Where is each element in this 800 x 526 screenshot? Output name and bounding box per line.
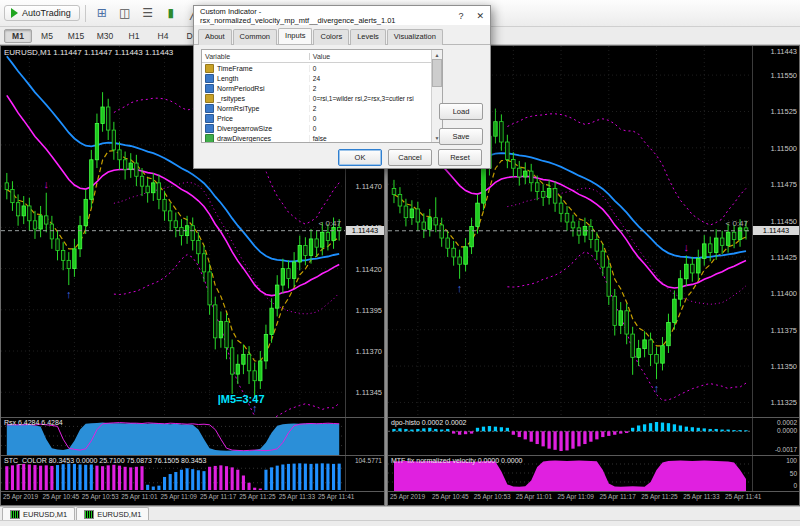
time-axis-right[interactable]: 25 Apr 201925 Apr 10:4525 Apr 10:5325 Ap… xyxy=(388,491,799,505)
chart-tab-0[interactable]: EURUSD,M1 xyxy=(2,507,75,520)
price-axis-label: 1.11500 xyxy=(770,144,797,153)
table-rows: TimeFrame0Length24NormPeriodRsi2_rsitype… xyxy=(202,63,442,143)
chart-tab-label: EURUSD,M1 xyxy=(23,510,67,519)
price-axis-label: 1.11400 xyxy=(770,289,797,298)
toolbar-separator xyxy=(85,5,86,22)
time-axis-label: 25 Apr 11:01 xyxy=(516,493,552,500)
status-bar xyxy=(0,520,800,526)
parameter-row[interactable]: TimeFrame0 xyxy=(202,63,442,73)
timeframe-button-h1[interactable]: H1 xyxy=(120,29,148,43)
indicator-panel-rsx[interactable]: Rsx 6.4284 6.4284 xyxy=(1,418,345,455)
input-type-icon xyxy=(205,64,214,73)
parameter-row[interactable]: NormPeriodRsi2 xyxy=(202,83,442,93)
indicator-axis-label: -0.0017 xyxy=(775,446,797,453)
column-header-value[interactable]: Value xyxy=(310,53,442,60)
price-axis-label: 1.11345 xyxy=(355,388,382,397)
load-button[interactable]: Load xyxy=(439,103,483,120)
parameter-name-cell: Price xyxy=(202,114,309,123)
parameter-name: NormPeriodRsi xyxy=(217,85,264,92)
charts-grid-icon[interactable]: ◫ xyxy=(114,2,136,24)
bar-chart-icon[interactable]: ☰ xyxy=(137,2,159,24)
candlestick-chart-icon[interactable]: ▮ xyxy=(160,2,182,24)
parameter-value[interactable]: 0 xyxy=(309,125,442,132)
ok-button[interactable]: OK xyxy=(338,149,382,166)
parameter-row[interactable]: NormRsiType2 xyxy=(202,103,442,113)
time-axis-label: 25 Apr 2019 xyxy=(390,493,425,500)
chart-ohlc-label: EURUSD,M1 1.11447 1.11447 1.11443 1.1144… xyxy=(4,48,173,57)
timeframe-button-m15[interactable]: M15 xyxy=(62,29,90,43)
price-axis-label: 1.11325 xyxy=(770,398,797,407)
parameter-value[interactable]: 0 xyxy=(309,65,442,72)
indicator-panel-velocity[interactable]: MTF fix normalized velocity 0.0000 0.000… xyxy=(388,456,752,491)
parameter-name-cell: NormPeriodRsi xyxy=(202,84,309,93)
indicator-panel-dpo[interactable]: dpo-histo 0.0002 0.0002 xyxy=(388,418,752,455)
parameter-value[interactable]: 24 xyxy=(309,75,442,82)
time-axis-label: 25 Apr 11:09 xyxy=(558,493,594,500)
table-header-row: Variable Value xyxy=(202,50,442,63)
parameter-name: TimeFrame xyxy=(217,65,253,72)
parameter-value[interactable]: 2 xyxy=(309,105,442,112)
scroll-up-icon[interactable]: ▲ xyxy=(435,50,440,59)
dialog-tab-levels[interactable]: Levels xyxy=(350,29,386,45)
parameter-row[interactable]: drawDivergencesfalse xyxy=(202,133,442,143)
time-axis-label: 25 Apr 10:45 xyxy=(42,493,79,500)
parameter-row[interactable]: _rsitypes0=rsi,1=wilder rsi,2=rsx,3=cutl… xyxy=(202,93,442,103)
chart-tab-bar: EURUSD,M1EURUSD,M1 xyxy=(0,506,800,520)
inputs-table[interactable]: Variable Value TimeFrame0Length24NormPer… xyxy=(201,49,443,143)
dialog-body: Variable Value TimeFrame0Length24NormPer… xyxy=(194,45,490,146)
time-axis-label: 25 Apr 10:53 xyxy=(474,493,511,500)
chart-tab-1[interactable]: EURUSD,M1 xyxy=(76,507,149,520)
parameter-name-cell: Length xyxy=(202,74,309,83)
dialog-tab-visualization[interactable]: Visualization xyxy=(387,29,443,45)
input-type-icon xyxy=(205,124,214,133)
parameter-name-cell: _rsitypes xyxy=(202,94,309,103)
indicator-axis-dpo: 0.00020.0000-0.0017 xyxy=(752,418,799,455)
dialog-close-button[interactable]: ✕ xyxy=(471,6,490,25)
time-axis-label: 25 Apr 11:09 xyxy=(161,493,197,500)
reset-button[interactable]: Reset xyxy=(438,149,482,166)
timeframe-button-h4[interactable]: H4 xyxy=(149,29,177,43)
time-axis-label: 25 Apr 11:01 xyxy=(121,493,157,500)
dialog-tab-colors[interactable]: Colors xyxy=(313,29,349,45)
price-axis-label: 1.11395 xyxy=(355,306,382,315)
parameter-name: NormRsiType xyxy=(217,105,259,112)
time-axis-label: 25 Apr 10:53 xyxy=(82,493,119,500)
parameter-value[interactable]: 2 xyxy=(309,85,442,92)
parameter-value[interactable]: 0=rsi,1=wilder rsi,2=rsx,3=cutler rsi xyxy=(309,95,442,102)
time-axis-left[interactable]: 25 Apr 201925 Apr 10:4525 Apr 10:5325 Ap… xyxy=(1,491,384,505)
parameter-value[interactable]: 0 xyxy=(309,115,442,122)
save-button[interactable]: Save xyxy=(439,128,483,145)
down-arrow-icon: ↓ xyxy=(44,178,50,190)
price-axis-right[interactable]: 1.115501.115251.115001.114751.114501.114… xyxy=(752,46,799,417)
price-axis-label: 1.11475 xyxy=(770,180,797,189)
time-axis-label: 25 Apr 11:17 xyxy=(200,493,236,500)
parameter-row[interactable]: Length24 xyxy=(202,73,442,83)
dialog-help-button[interactable]: ? xyxy=(451,6,470,25)
indicator-axis-rsx xyxy=(345,418,384,455)
parameter-value[interactable]: false xyxy=(309,135,442,142)
indicator-panel-stc[interactable]: STC_COLOR 80.3453 0.0000 25.7100 75.0873… xyxy=(1,456,345,491)
column-header-variable[interactable]: Variable xyxy=(202,53,310,60)
parameter-row[interactable]: DivergearrowSize0 xyxy=(202,123,442,133)
input-type-icon xyxy=(205,114,214,123)
dialog-title-bar[interactable]: Custom Indicator - rsx_normalized_veloci… xyxy=(194,6,490,25)
input-type-icon xyxy=(205,94,214,103)
new-order-icon[interactable]: ⊞ xyxy=(91,2,113,24)
cancel-button[interactable]: Cancel xyxy=(388,149,432,166)
autotrading-button[interactable]: AutoTrading xyxy=(4,5,80,21)
dialog-footer: OK Cancel Reset xyxy=(194,146,490,168)
timeframe-button-m1[interactable]: M1 xyxy=(4,29,32,43)
dialog-tab-about[interactable]: About xyxy=(198,29,232,45)
autotrading-label: AutoTrading xyxy=(22,8,71,18)
dialog-tab-inputs[interactable]: Inputs xyxy=(278,28,312,44)
scrollbar-thumb[interactable] xyxy=(432,59,442,87)
price-axis-label: 1.11525 xyxy=(770,107,797,116)
timeframe-button-m5[interactable]: M5 xyxy=(33,29,61,43)
up-arrow-icon: ↑ xyxy=(66,288,72,300)
dialog-tab-common[interactable]: Common xyxy=(233,29,277,45)
indicator-label-dpo: dpo-histo 0.0002 0.0002 xyxy=(391,419,467,426)
timeframe-button-m30[interactable]: M30 xyxy=(91,29,119,43)
parameter-row[interactable]: Price0 xyxy=(202,113,442,123)
parameter-name-cell: DivergearrowSize xyxy=(202,124,309,133)
price-axis-label: 1.11375 xyxy=(770,326,797,335)
